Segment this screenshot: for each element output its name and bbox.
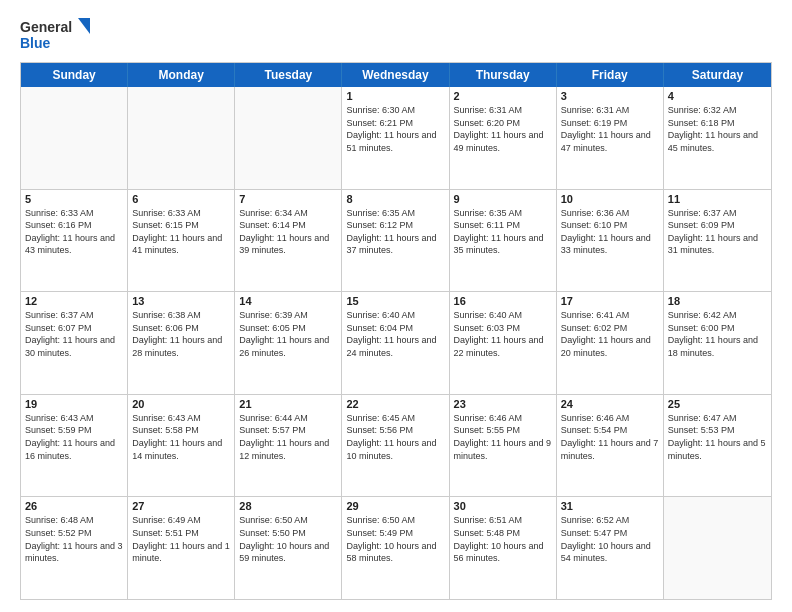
calendar-cell-0-0 (21, 87, 128, 189)
day-number: 31 (561, 500, 659, 512)
calendar-cell-2-1: 13Sunrise: 6:38 AM Sunset: 6:06 PM Dayli… (128, 292, 235, 394)
calendar-cell-3-0: 19Sunrise: 6:43 AM Sunset: 5:59 PM Dayli… (21, 395, 128, 497)
header: GeneralBlue (20, 16, 772, 52)
cell-info: Sunrise: 6:46 AM Sunset: 5:54 PM Dayligh… (561, 412, 659, 462)
day-number: 17 (561, 295, 659, 307)
day-number: 14 (239, 295, 337, 307)
page: GeneralBlue SundayMondayTuesdayWednesday… (0, 0, 792, 612)
calendar-body: 1Sunrise: 6:30 AM Sunset: 6:21 PM Daylig… (21, 87, 771, 599)
cell-info: Sunrise: 6:46 AM Sunset: 5:55 PM Dayligh… (454, 412, 552, 462)
day-number: 18 (668, 295, 767, 307)
cell-info: Sunrise: 6:48 AM Sunset: 5:52 PM Dayligh… (25, 514, 123, 564)
calendar-row-2: 12Sunrise: 6:37 AM Sunset: 6:07 PM Dayli… (21, 292, 771, 395)
calendar-cell-2-4: 16Sunrise: 6:40 AM Sunset: 6:03 PM Dayli… (450, 292, 557, 394)
calendar-cell-4-4: 30Sunrise: 6:51 AM Sunset: 5:48 PM Dayli… (450, 497, 557, 599)
day-number: 10 (561, 193, 659, 205)
calendar-cell-0-6: 4Sunrise: 6:32 AM Sunset: 6:18 PM Daylig… (664, 87, 771, 189)
cell-info: Sunrise: 6:45 AM Sunset: 5:56 PM Dayligh… (346, 412, 444, 462)
calendar-cell-0-4: 2Sunrise: 6:31 AM Sunset: 6:20 PM Daylig… (450, 87, 557, 189)
calendar-cell-3-5: 24Sunrise: 6:46 AM Sunset: 5:54 PM Dayli… (557, 395, 664, 497)
calendar-cell-1-2: 7Sunrise: 6:34 AM Sunset: 6:14 PM Daylig… (235, 190, 342, 292)
cell-info: Sunrise: 6:37 AM Sunset: 6:07 PM Dayligh… (25, 309, 123, 359)
day-number: 25 (668, 398, 767, 410)
cell-info: Sunrise: 6:37 AM Sunset: 6:09 PM Dayligh… (668, 207, 767, 257)
svg-text:General: General (20, 19, 72, 35)
day-number: 16 (454, 295, 552, 307)
weekday-header-saturday: Saturday (664, 63, 771, 87)
cell-info: Sunrise: 6:50 AM Sunset: 5:49 PM Dayligh… (346, 514, 444, 564)
cell-info: Sunrise: 6:30 AM Sunset: 6:21 PM Dayligh… (346, 104, 444, 154)
day-number: 30 (454, 500, 552, 512)
cell-info: Sunrise: 6:33 AM Sunset: 6:16 PM Dayligh… (25, 207, 123, 257)
calendar-cell-1-4: 9Sunrise: 6:35 AM Sunset: 6:11 PM Daylig… (450, 190, 557, 292)
weekday-header-wednesday: Wednesday (342, 63, 449, 87)
day-number: 21 (239, 398, 337, 410)
cell-info: Sunrise: 6:50 AM Sunset: 5:50 PM Dayligh… (239, 514, 337, 564)
cell-info: Sunrise: 6:32 AM Sunset: 6:18 PM Dayligh… (668, 104, 767, 154)
calendar-cell-2-0: 12Sunrise: 6:37 AM Sunset: 6:07 PM Dayli… (21, 292, 128, 394)
calendar-cell-1-5: 10Sunrise: 6:36 AM Sunset: 6:10 PM Dayli… (557, 190, 664, 292)
cell-info: Sunrise: 6:40 AM Sunset: 6:03 PM Dayligh… (454, 309, 552, 359)
day-number: 22 (346, 398, 444, 410)
calendar-cell-3-1: 20Sunrise: 6:43 AM Sunset: 5:58 PM Dayli… (128, 395, 235, 497)
cell-info: Sunrise: 6:41 AM Sunset: 6:02 PM Dayligh… (561, 309, 659, 359)
svg-text:Blue: Blue (20, 35, 51, 51)
cell-info: Sunrise: 6:38 AM Sunset: 6:06 PM Dayligh… (132, 309, 230, 359)
cell-info: Sunrise: 6:51 AM Sunset: 5:48 PM Dayligh… (454, 514, 552, 564)
weekday-header-sunday: Sunday (21, 63, 128, 87)
cell-info: Sunrise: 6:31 AM Sunset: 6:19 PM Dayligh… (561, 104, 659, 154)
calendar-cell-4-1: 27Sunrise: 6:49 AM Sunset: 5:51 PM Dayli… (128, 497, 235, 599)
calendar-cell-1-1: 6Sunrise: 6:33 AM Sunset: 6:15 PM Daylig… (128, 190, 235, 292)
calendar-cell-2-6: 18Sunrise: 6:42 AM Sunset: 6:00 PM Dayli… (664, 292, 771, 394)
calendar-cell-1-6: 11Sunrise: 6:37 AM Sunset: 6:09 PM Dayli… (664, 190, 771, 292)
calendar-cell-0-5: 3Sunrise: 6:31 AM Sunset: 6:19 PM Daylig… (557, 87, 664, 189)
day-number: 27 (132, 500, 230, 512)
weekday-header-thursday: Thursday (450, 63, 557, 87)
day-number: 26 (25, 500, 123, 512)
cell-info: Sunrise: 6:34 AM Sunset: 6:14 PM Dayligh… (239, 207, 337, 257)
calendar-cell-3-3: 22Sunrise: 6:45 AM Sunset: 5:56 PM Dayli… (342, 395, 449, 497)
cell-info: Sunrise: 6:33 AM Sunset: 6:15 PM Dayligh… (132, 207, 230, 257)
day-number: 11 (668, 193, 767, 205)
cell-info: Sunrise: 6:39 AM Sunset: 6:05 PM Dayligh… (239, 309, 337, 359)
cell-info: Sunrise: 6:31 AM Sunset: 6:20 PM Dayligh… (454, 104, 552, 154)
calendar-row-0: 1Sunrise: 6:30 AM Sunset: 6:21 PM Daylig… (21, 87, 771, 190)
calendar-cell-4-5: 31Sunrise: 6:52 AM Sunset: 5:47 PM Dayli… (557, 497, 664, 599)
day-number: 29 (346, 500, 444, 512)
weekday-header-friday: Friday (557, 63, 664, 87)
calendar-cell-1-3: 8Sunrise: 6:35 AM Sunset: 6:12 PM Daylig… (342, 190, 449, 292)
calendar-cell-0-3: 1Sunrise: 6:30 AM Sunset: 6:21 PM Daylig… (342, 87, 449, 189)
cell-info: Sunrise: 6:47 AM Sunset: 5:53 PM Dayligh… (668, 412, 767, 462)
cell-info: Sunrise: 6:43 AM Sunset: 5:59 PM Dayligh… (25, 412, 123, 462)
calendar-cell-3-6: 25Sunrise: 6:47 AM Sunset: 5:53 PM Dayli… (664, 395, 771, 497)
cell-info: Sunrise: 6:36 AM Sunset: 6:10 PM Dayligh… (561, 207, 659, 257)
day-number: 9 (454, 193, 552, 205)
calendar-cell-4-2: 28Sunrise: 6:50 AM Sunset: 5:50 PM Dayli… (235, 497, 342, 599)
calendar-cell-3-4: 23Sunrise: 6:46 AM Sunset: 5:55 PM Dayli… (450, 395, 557, 497)
cell-info: Sunrise: 6:40 AM Sunset: 6:04 PM Dayligh… (346, 309, 444, 359)
logo: GeneralBlue (20, 16, 90, 52)
day-number: 7 (239, 193, 337, 205)
cell-info: Sunrise: 6:52 AM Sunset: 5:47 PM Dayligh… (561, 514, 659, 564)
weekday-header-tuesday: Tuesday (235, 63, 342, 87)
day-number: 6 (132, 193, 230, 205)
day-number: 5 (25, 193, 123, 205)
cell-info: Sunrise: 6:42 AM Sunset: 6:00 PM Dayligh… (668, 309, 767, 359)
calendar-cell-1-0: 5Sunrise: 6:33 AM Sunset: 6:16 PM Daylig… (21, 190, 128, 292)
cell-info: Sunrise: 6:44 AM Sunset: 5:57 PM Dayligh… (239, 412, 337, 462)
calendar-cell-0-1 (128, 87, 235, 189)
day-number: 20 (132, 398, 230, 410)
cell-info: Sunrise: 6:35 AM Sunset: 6:12 PM Dayligh… (346, 207, 444, 257)
day-number: 12 (25, 295, 123, 307)
calendar-cell-4-0: 26Sunrise: 6:48 AM Sunset: 5:52 PM Dayli… (21, 497, 128, 599)
calendar-cell-3-2: 21Sunrise: 6:44 AM Sunset: 5:57 PM Dayli… (235, 395, 342, 497)
day-number: 3 (561, 90, 659, 102)
day-number: 13 (132, 295, 230, 307)
logo-svg: GeneralBlue (20, 16, 90, 52)
calendar-cell-2-2: 14Sunrise: 6:39 AM Sunset: 6:05 PM Dayli… (235, 292, 342, 394)
day-number: 1 (346, 90, 444, 102)
calendar-cell-4-6 (664, 497, 771, 599)
day-number: 2 (454, 90, 552, 102)
day-number: 24 (561, 398, 659, 410)
cell-info: Sunrise: 6:35 AM Sunset: 6:11 PM Dayligh… (454, 207, 552, 257)
